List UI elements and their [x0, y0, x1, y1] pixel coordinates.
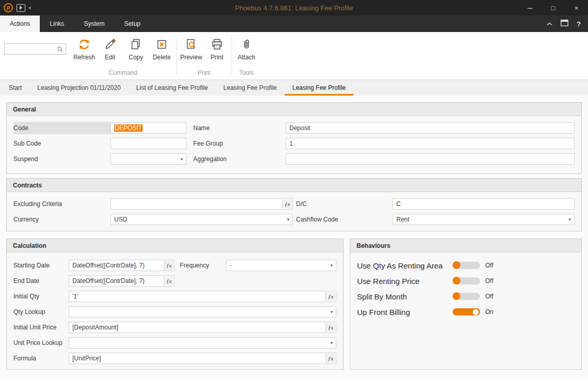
print-icon [211, 37, 223, 51]
preview-button[interactable]: Preview [178, 34, 204, 61]
form-row: Currency USD▾ Cashflow Code Rent▾ [13, 212, 575, 227]
frequency-field[interactable]: -▾ [226, 260, 336, 271]
maximize-button[interactable]: □ [541, 0, 565, 15]
split-by-month-toggle[interactable] [453, 293, 480, 300]
qty-lookup-field[interactable]: ▾ [69, 306, 336, 318]
help-button[interactable]: ? [577, 20, 581, 28]
toggle-state: Off [485, 262, 493, 269]
fx-button[interactable]: ƒx [282, 199, 292, 209]
sub-code-field[interactable] [111, 138, 187, 149]
group-separator [231, 37, 232, 75]
form-row: Unit Price Lookup ▾ [13, 335, 336, 351]
fx-button[interactable]: ƒx [326, 292, 335, 301]
tab-list-of-leasing-fee-profile[interactable]: List of Leasing Fee Profile [129, 80, 216, 96]
dropdown-caret-icon: ▾ [330, 263, 333, 268]
suspend-label: Suspend [13, 151, 111, 167]
copy-button[interactable]: Copy [123, 34, 149, 61]
titlebar: p ▾ Phoebus 4.7.6.861: Leasing Fee Profi… [0, 0, 588, 15]
form-row: Code DEPOSIT Name Deposit [13, 120, 575, 136]
tools-group: Attach Tools [234, 34, 259, 80]
currency-field[interactable]: USD▾ [111, 214, 293, 225]
delete-icon [156, 37, 168, 51]
toggle-knob [453, 277, 460, 285]
name-field[interactable]: Deposit [286, 122, 575, 134]
behaviour-row: Split By Month Off [357, 289, 575, 304]
dc-field[interactable]: C [393, 198, 575, 210]
app-window: p ▾ Phoebus 4.7.6.861: Leasing Fee Profi… [0, 0, 588, 379]
menu-links[interactable]: Links [40, 15, 74, 32]
tab-leasing-projection[interactable]: Leasing Projection 01/11/2020 [29, 80, 128, 96]
edit-button[interactable]: Edit [97, 34, 123, 61]
formula-field[interactable]: [UnitPrice]ƒx [69, 353, 336, 364]
minimize-button[interactable]: ─ [518, 0, 541, 15]
split-by-month-label: Split By Month [357, 292, 453, 301]
dc-label: D/C [296, 196, 393, 212]
refresh-button[interactable]: Refresh [71, 34, 97, 61]
cashflow-code-field[interactable]: Rent▾ [393, 214, 575, 225]
attach-icon [241, 37, 252, 51]
use-renting-price-toggle[interactable] [453, 277, 480, 285]
toggle-state: Off [485, 277, 493, 285]
toggle-state: On [485, 308, 493, 315]
excluding-criteria-field[interactable]: ƒx [111, 198, 293, 210]
calculation-section: Calculation Starting Date DateOffset([Co… [6, 239, 344, 370]
attach-button[interactable]: Attach [234, 34, 259, 61]
window-controls: ─ □ × [518, 0, 588, 15]
initial-qty-field[interactable]: '1'ƒx [69, 291, 336, 302]
code-field[interactable]: DEPOSIT [111, 122, 187, 134]
preview-icon [185, 37, 197, 51]
fee-group-field[interactable]: 1 [286, 138, 575, 149]
fx-button[interactable]: ƒx [164, 276, 174, 286]
toggle-knob [473, 309, 478, 315]
quick-access-button[interactable] [17, 4, 25, 12]
aggregation-field[interactable] [286, 153, 575, 165]
form-row: Initial Qty '1'ƒx [13, 289, 336, 304]
end-date-field[interactable]: DateOffset([ContrDate], 7)ƒx [69, 275, 175, 287]
aggregation-label: Aggregation [193, 151, 286, 167]
delete-button[interactable]: Delete [149, 34, 175, 61]
print-button[interactable]: Print [204, 34, 230, 61]
initial-unit-price-field[interactable]: [DepositAmount]ƒx [69, 322, 336, 333]
toggle-knob [453, 292, 460, 300]
tab-leasing-fee-profile-1[interactable]: Leasing Fee Profile [215, 80, 284, 96]
code-label: Code [13, 122, 111, 134]
fx-button[interactable]: ƒx [326, 354, 335, 363]
close-button[interactable]: × [565, 0, 588, 15]
up-front-billing-toggle[interactable] [453, 308, 480, 315]
fx-button[interactable]: ƒx [326, 323, 335, 332]
starting-date-label: Starting Date [13, 258, 69, 273]
copy-icon [130, 37, 142, 51]
toggle-state: Off [485, 293, 493, 300]
print-group: Preview Print Print [178, 34, 230, 80]
quick-access-caret-icon[interactable]: ▾ [29, 6, 31, 10]
formula-label: Formula [13, 351, 69, 366]
phoebus-logo-icon[interactable]: p [4, 3, 13, 12]
form-row: Sub Code Fee Group 1 [13, 136, 575, 151]
cashflow-code-label: Cashflow Code [296, 212, 393, 227]
menu-system[interactable]: System [74, 15, 114, 32]
window-panel-icon[interactable] [561, 20, 568, 28]
dropdown-caret-icon: ▾ [287, 217, 289, 222]
collapse-ribbon-icon[interactable] [547, 20, 552, 27]
starting-date-field[interactable]: DateOffset([ContrDate], 7)ƒx [69, 260, 175, 271]
command-group-label: Command [71, 69, 175, 80]
use-qty-as-renting-area-toggle[interactable] [453, 262, 480, 269]
qty-lookup-label: Qty Lookup [13, 304, 69, 320]
menu-setup[interactable]: Setup [114, 15, 150, 32]
behaviour-row: Use Qty As Renting Area Off [357, 258, 575, 273]
fx-button[interactable]: ƒx [164, 261, 174, 270]
tab-start[interactable]: Start [1, 80, 29, 96]
form-content: General Code DEPOSIT Name Deposit Sub Co… [0, 96, 588, 379]
contracts-section-header: Contracts [7, 179, 581, 192]
group-separator [176, 37, 177, 75]
menu-actions[interactable]: Actions [0, 15, 40, 32]
suspend-field[interactable]: ▾ [111, 153, 187, 165]
name-label: Name [193, 120, 286, 136]
unit-price-lookup-field[interactable]: ▾ [69, 337, 336, 349]
print-group-label: Print [178, 69, 230, 80]
tab-leasing-fee-profile-2[interactable]: Leasing Fee Profile [285, 80, 353, 96]
frequency-label: Frequency [180, 258, 226, 273]
form-row: Starting Date DateOffset([ContrDate], 7)… [13, 258, 336, 273]
search-input[interactable] [5, 44, 57, 54]
use-renting-price-label: Use Renting Price [357, 277, 453, 286]
